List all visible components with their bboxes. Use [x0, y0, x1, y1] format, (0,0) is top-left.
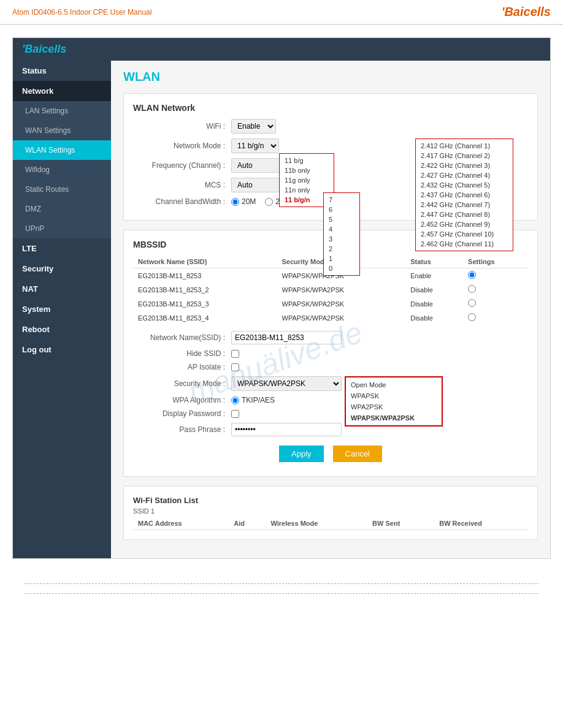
- channel-bw-20-radio[interactable]: [231, 198, 239, 206]
- mcs-7[interactable]: 7: [324, 195, 359, 205]
- sd-wpapsk[interactable]: WPAPSK: [346, 390, 442, 401]
- hide-ssid-row: Hide SSID :: [133, 349, 528, 358]
- sidebar-item-wifidog[interactable]: Wifidog: [13, 160, 111, 180]
- fd-ch11[interactable]: 2.462 GHz (Channel 11): [416, 239, 513, 249]
- display-password-label: Display Password :: [133, 409, 231, 418]
- hide-ssid-label: Hide SSID :: [133, 349, 231, 358]
- row2-radio[interactable]: [463, 282, 528, 297]
- cancel-button[interactable]: Cancel: [333, 446, 382, 462]
- row4-radio[interactable]: [463, 311, 528, 325]
- fd-ch10[interactable]: 2.457 GHz (Channel 10): [416, 229, 513, 239]
- sidebar-item-nat[interactable]: NAT: [13, 279, 111, 299]
- table-row: EG2013B-M11_8253_3 WPAPSK/WPA2PSK Disabl…: [133, 297, 528, 311]
- apply-button[interactable]: Apply: [279, 446, 324, 462]
- row4-status: Disable: [405, 311, 463, 325]
- app-body: Status Network LAN Settings WAN Settings…: [13, 61, 550, 558]
- mcs-2[interactable]: 2: [324, 244, 359, 254]
- fd-ch8[interactable]: 2.447 GHz (Channel 8): [416, 210, 513, 219]
- station-col-mac: MAC Address: [133, 517, 229, 530]
- sidebar-item-system[interactable]: System: [13, 299, 111, 319]
- security-mode-label: Security Mode :: [133, 379, 231, 388]
- wifi-select[interactable]: Enable Disable: [231, 119, 276, 134]
- fd-ch4[interactable]: 2.427 GHz (Channel 4): [416, 170, 513, 180]
- table-row: EG2013B-M11_8253_2 WPAPSK/WPA2PSK Disabl…: [133, 282, 528, 297]
- sidebar-item-network[interactable]: Network: [13, 81, 111, 101]
- display-password-row: Display Password :: [133, 409, 528, 418]
- nm-item-11g[interactable]: 11g only: [280, 175, 334, 185]
- sidebar-item-dmz[interactable]: DMZ: [13, 199, 111, 219]
- wpa-algorithm-tkip-radio[interactable]: [231, 396, 239, 404]
- wpa-algorithm-tkip-option[interactable]: TKIP/AES: [231, 396, 275, 404]
- mcs-4[interactable]: 4: [324, 224, 359, 234]
- network-mode-wrap: 11 b/g/n 11 b/g 11b only 11g only 11n on…: [231, 138, 279, 153]
- sd-open[interactable]: Open Mode: [346, 379, 442, 390]
- wpa-algorithm-options: TKIP/AES: [231, 396, 275, 404]
- fd-ch2[interactable]: 2.417 GHz (Channel 2): [416, 151, 513, 161]
- security-mode-wrap: WPAPSK/WPA2PSK Open Mode WPAPSK WPA2PSK …: [231, 376, 342, 391]
- pass-phrase-input[interactable]: [231, 423, 342, 436]
- network-name-ssid-label: Network Name(SSID) :: [133, 333, 231, 342]
- pass-phrase-row: Pass Phrase :: [133, 423, 528, 436]
- security-mode-row: Security Mode : WPAPSK/WPA2PSK Open Mode…: [133, 376, 528, 391]
- security-mode-select[interactable]: WPAPSK/WPA2PSK Open Mode WPAPSK WPA2PSK: [231, 376, 342, 391]
- sd-wpa2psk[interactable]: WPA2PSK: [346, 401, 442, 412]
- fd-ch5[interactable]: 2.432 GHz (Channel 5): [416, 180, 513, 190]
- col-ssid-name: Network Name (SSID): [133, 256, 277, 268]
- wpa-algorithm-label: WPA Algorithm :: [133, 396, 231, 404]
- sidebar-item-wan-settings[interactable]: WAN Settings: [13, 121, 111, 140]
- row1-status: Enable: [405, 268, 463, 283]
- row1-radio-input[interactable]: [468, 271, 476, 279]
- mcs-label: MCS :: [133, 181, 231, 189]
- sidebar-item-lte[interactable]: LTE: [13, 238, 111, 259]
- row2-radio-input[interactable]: [468, 285, 476, 293]
- wifi-station-section: Wi-Fi Station List SSID 1 MAC Address Ai…: [123, 486, 538, 540]
- channel-bw-20-option[interactable]: 20M: [231, 197, 256, 206]
- network-mode-select[interactable]: 11 b/g/n 11 b/g 11b only 11g only 11n on…: [231, 138, 279, 153]
- ap-isolate-checkbox[interactable]: [231, 363, 239, 371]
- mcs-5[interactable]: 5: [324, 214, 359, 224]
- sidebar-item-status[interactable]: Status: [13, 61, 111, 81]
- sidebar-item-upnp[interactable]: UPnP: [13, 219, 111, 238]
- nm-item-bg[interactable]: 11 b/g: [280, 156, 334, 165]
- nm-item-11b[interactable]: 11b only: [280, 165, 334, 175]
- sidebar-item-logout[interactable]: Log out: [13, 339, 111, 360]
- col-status: Status: [405, 256, 463, 268]
- ap-isolate-label: AP Isolate :: [133, 363, 231, 371]
- fd-ch9[interactable]: 2.452 GHz (Channel 9): [416, 219, 513, 229]
- display-password-checkbox[interactable]: [231, 410, 239, 418]
- row2-ssid: EG2013B-M11_8253_2: [133, 282, 277, 297]
- sidebar-item-reboot[interactable]: Reboot: [13, 319, 111, 339]
- frequency-dropdown[interactable]: 2.412 GHz (Channel 1) 2.417 GHz (Channel…: [415, 138, 513, 251]
- station-col-bw-received: BW Received: [434, 517, 528, 530]
- channel-bw-2040-radio[interactable]: [265, 198, 273, 206]
- sidebar-item-lan-settings[interactable]: LAN Settings: [13, 101, 111, 121]
- sidebar-item-static-routes[interactable]: Static Routes: [13, 180, 111, 199]
- sidebar-item-wlan-settings[interactable]: WLAN Settings: [13, 140, 111, 160]
- row3-radio-input[interactable]: [468, 299, 476, 307]
- main-content: WLAN WLAN Network WiFi : Enable Disable: [111, 61, 550, 558]
- fd-ch1[interactable]: 2.412 GHz (Channel 1): [416, 141, 513, 151]
- row4-radio-input[interactable]: [468, 313, 476, 321]
- fd-ch3[interactable]: 2.422 GHz (Channel 3): [416, 161, 513, 170]
- station-col-wireless: Wireless Mode: [266, 517, 367, 530]
- security-dropdown[interactable]: Open Mode WPAPSK WPA2PSK WPAPSK/WPA2PSK: [345, 376, 443, 427]
- fd-ch6[interactable]: 2.437 GHz (Channel 6): [416, 190, 513, 200]
- station-col-aid: Aid: [229, 517, 266, 530]
- mcs-6[interactable]: 6: [324, 205, 359, 214]
- mcs-1[interactable]: 1: [324, 254, 359, 264]
- mcs-0[interactable]: 0: [324, 264, 359, 273]
- row3-radio[interactable]: [463, 297, 528, 311]
- sd-wpapsk-wpa2psk[interactable]: WPAPSK/WPA2PSK: [346, 412, 442, 423]
- wifi-row: WiFi : Enable Disable: [133, 119, 528, 134]
- page-title: WLAN: [123, 70, 538, 84]
- mcs-dropdown[interactable]: 7 6 5 4 3 2 1 0: [323, 192, 360, 276]
- fd-ch7[interactable]: 2.442 GHz (Channel 7): [416, 200, 513, 210]
- hide-ssid-checkbox[interactable]: [231, 350, 239, 358]
- row1-radio[interactable]: [463, 268, 528, 283]
- network-name-ssid-input[interactable]: [231, 331, 342, 344]
- doc-title: Atom ID0406-6.5 Indoor CPE User Manual: [12, 8, 151, 17]
- row3-security: WPAPSK/WPA2PSK: [277, 297, 406, 311]
- wifi-station-ssid: SSID 1: [133, 507, 528, 515]
- sidebar-item-security[interactable]: Security: [13, 259, 111, 279]
- mcs-3[interactable]: 3: [324, 234, 359, 244]
